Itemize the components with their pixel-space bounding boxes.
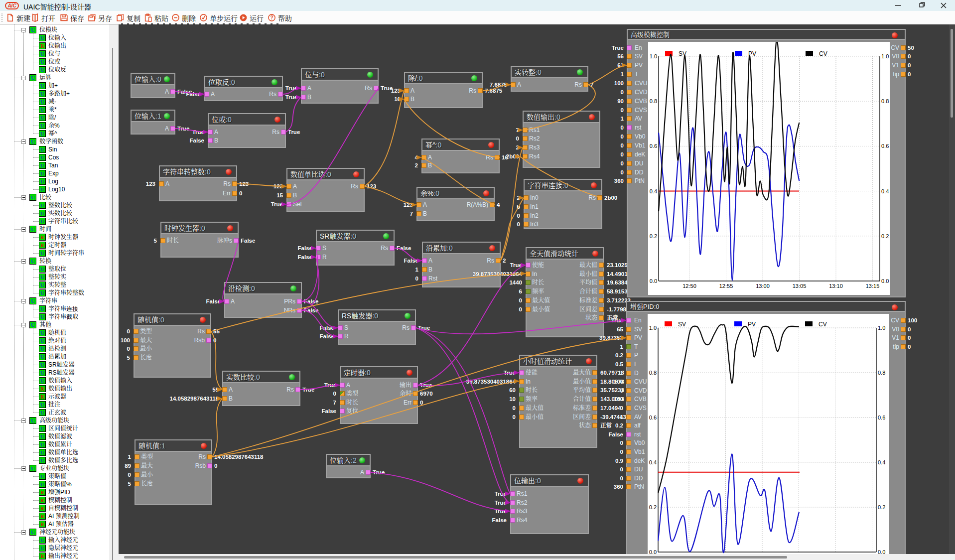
svg-text:SV: SV [678, 321, 686, 328]
svg-text:CV: CV [819, 321, 827, 328]
svg-text:0.8: 0.8 [878, 370, 885, 376]
svg-text:PV: PV [748, 321, 756, 328]
svg-text:0.2: 0.2 [649, 504, 657, 510]
svg-text:0.6: 0.6 [650, 143, 657, 149]
svg-text:13:15: 13:15 [866, 283, 880, 289]
svg-text:12:50: 12:50 [682, 283, 696, 289]
svg-text:0.6: 0.6 [881, 143, 889, 149]
svg-text:0.6: 0.6 [878, 415, 885, 420]
svg-text:13:10: 13:10 [829, 283, 843, 289]
svg-text:0.8: 0.8 [881, 98, 889, 104]
svg-text:0.4: 0.4 [649, 459, 657, 465]
svg-text:0.4: 0.4 [878, 459, 885, 465]
svg-text:CV: CV [819, 50, 827, 57]
svg-text:0.0: 0.0 [650, 278, 657, 284]
svg-text:13:05: 13:05 [793, 283, 807, 289]
svg-text:?: ? [270, 15, 273, 20]
svg-text:1.0: 1.0 [881, 53, 889, 59]
svg-text:0.8: 0.8 [650, 98, 657, 104]
svg-text:0.8: 0.8 [649, 370, 657, 376]
svg-text:0.0: 0.0 [881, 278, 889, 284]
svg-text:12:55: 12:55 [719, 283, 733, 289]
svg-text:1.0: 1.0 [878, 325, 885, 331]
svg-text:0.0: 0.0 [878, 549, 885, 554]
svg-text:0.2: 0.2 [878, 504, 885, 510]
svg-text:0.4: 0.4 [650, 188, 657, 194]
svg-text:0.2: 0.2 [650, 233, 657, 239]
svg-text:0.6: 0.6 [649, 415, 657, 420]
svg-text:1.0: 1.0 [649, 325, 657, 331]
svg-text:0.2: 0.2 [881, 233, 889, 239]
svg-text:0.4: 0.4 [881, 188, 889, 194]
svg-text:0.0: 0.0 [649, 549, 657, 554]
svg-text:1.0: 1.0 [650, 53, 657, 59]
svg-text:13:00: 13:00 [756, 283, 770, 289]
